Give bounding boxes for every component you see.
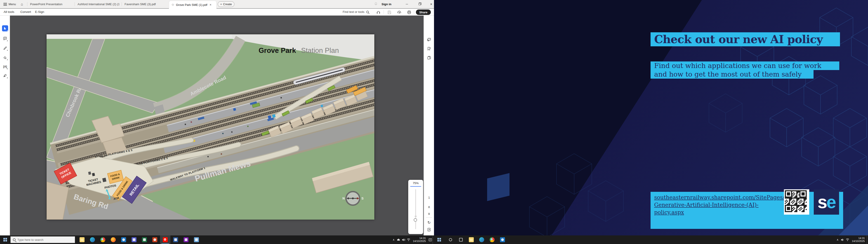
taskbar-app-notepad[interactable] <box>191 236 202 244</box>
sign-in-button[interactable]: Sign in <box>381 0 391 8</box>
tab-faversham[interactable]: Faversham SME (3).pdf <box>125 0 156 8</box>
taskbar2-file-explorer[interactable] <box>466 236 476 244</box>
tab-ashford-international[interactable]: Ashford International SME (2) (1... <box>78 0 119 8</box>
convert-button[interactable]: Convert <box>20 10 31 13</box>
taskbar-app-word[interactable] <box>170 236 181 244</box>
taskbar-app-acrobat-active[interactable] <box>160 236 170 244</box>
system-tray: ∧ 14:31 14/10/2025 <box>391 236 434 244</box>
network-icon[interactable] <box>845 236 850 244</box>
next-page-button[interactable]: ∨ <box>427 211 432 216</box>
taskbar-app-teams[interactable] <box>129 236 139 244</box>
home-button[interactable]: ⌂ <box>21 0 23 8</box>
fit-page-button[interactable] <box>427 227 432 233</box>
taskbar2-outlook[interactable] <box>497 236 508 244</box>
create-button[interactable]: +Create <box>218 1 235 7</box>
tray-chevron-icon[interactable]: ∧ <box>391 236 396 244</box>
signage-display: Check out our new AI policy Find out whi… <box>434 0 868 236</box>
start-button[interactable] <box>0 236 10 244</box>
print-icon[interactable] <box>407 10 411 14</box>
comments-icon <box>427 38 431 42</box>
zoom-slider-knob[interactable] <box>414 218 417 222</box>
taskbar2-task-view[interactable] <box>456 236 466 244</box>
start-button-right[interactable] <box>434 236 444 244</box>
notifications-button[interactable] <box>374 0 378 8</box>
menu-button[interactable]: Menu <box>3 0 16 8</box>
qr-code <box>784 189 809 215</box>
taskbar-app-onenote[interactable] <box>181 236 191 244</box>
minimize-button[interactable] <box>406 0 408 8</box>
side-panel-rail: 1 ∧ ∨ ↻ <box>424 16 434 236</box>
onedrive-icon[interactable] <box>396 236 401 244</box>
close-window-button[interactable]: × <box>430 0 432 8</box>
pencil-icon <box>3 46 7 50</box>
restore-button[interactable] <box>418 0 421 8</box>
all-tools-button[interactable]: All tools <box>4 10 14 13</box>
taskbar-search[interactable] <box>10 236 75 243</box>
bookmark-icon <box>427 47 431 51</box>
taskbar-app-outlook[interactable] <box>119 236 129 244</box>
zoom-slider-track[interactable] <box>415 189 416 229</box>
rotate-page-button[interactable]: ↻ <box>427 220 432 225</box>
edit-pen-tool-button[interactable] <box>2 45 8 51</box>
search-input[interactable] <box>18 238 67 242</box>
volume-icon[interactable] <box>840 236 845 244</box>
tray-chevron-icon[interactable]: ∧ <box>835 236 840 244</box>
station-plan-drawing: Chinbrook Road Amblecote Road Amblecote … <box>46 34 374 220</box>
taskbar2-search[interactable] <box>445 236 456 244</box>
add-text-tool-button[interactable]: [A] <box>2 63 8 69</box>
toolbar-divider <box>383 10 384 14</box>
read-aloud-icon[interactable] <box>376 10 381 14</box>
tab-grove-park-active[interactable]: ☆ Grove Park SME (1).pdf × <box>169 1 217 8</box>
acrobat-toolbar: All tools Convert E-Sign Find text or to… <box>0 8 434 16</box>
logo-letter-e: e <box>827 193 835 211</box>
clock-time-right: 14:31 <box>852 237 865 240</box>
star-icon[interactable]: ☆ <box>171 3 174 7</box>
show-desktop-button[interactable] <box>867 236 868 244</box>
tab-separator <box>74 2 75 6</box>
bookmarks-panel-button[interactable] <box>427 47 432 52</box>
zoom-slider-popup: 75% <box>408 180 423 234</box>
comments-panel-button[interactable] <box>427 37 432 42</box>
taskbar-app-edge[interactable] <box>87 236 98 244</box>
sign-subtext-line1: Find out which applications we can use f… <box>651 61 839 70</box>
search-icon[interactable] <box>366 10 370 14</box>
tab-powerpoint-presentation[interactable]: PowerPoint Presentation <box>30 0 73 8</box>
sign-heading: Check out our new AI policy <box>651 32 840 46</box>
comment-icon <box>3 37 7 40</box>
taskbar-app-chrome[interactable] <box>98 236 108 244</box>
find-text-label[interactable]: Find text or tools <box>343 10 364 13</box>
previous-page-button[interactable]: ∧ <box>427 205 432 209</box>
network-icon[interactable] <box>406 236 411 244</box>
taskbar-app-excel[interactable] <box>139 236 150 244</box>
text-box-icon: [A] <box>3 65 7 68</box>
cloud-upload-icon[interactable] <box>397 10 401 14</box>
windows-logo-icon <box>3 238 7 242</box>
share-button[interactable]: Share <box>416 9 431 15</box>
sign-subtext-line2: and how to get the most out of them safe… <box>651 70 813 79</box>
fit-page-icon <box>427 228 431 232</box>
volume-icon[interactable] <box>401 236 406 244</box>
taskbar-app-firefox[interactable] <box>108 236 119 244</box>
select-tool-button[interactable] <box>2 25 8 31</box>
taskbar-clock[interactable]: 14:31 14/10/2025 <box>411 237 428 243</box>
pdf-page-station-plan: Chinbrook Road Amblecote Road Amblecote … <box>46 34 374 220</box>
taskbar-app-powerpoint[interactable] <box>150 236 160 244</box>
taskbar2-chrome[interactable] <box>487 236 497 244</box>
zoom-percent: 75% <box>408 180 423 185</box>
rail-divider <box>426 217 432 218</box>
page-thumbnails-button[interactable] <box>427 56 432 61</box>
fill-sign-tool-button[interactable] <box>2 72 8 79</box>
esign-button[interactable]: E-Sign <box>35 10 44 13</box>
taskbar-clock-right[interactable]: 14:31 14/10/2025 <box>850 237 867 243</box>
toolbar-divider <box>414 10 414 14</box>
notification-center-icon[interactable] <box>428 236 433 244</box>
page-number[interactable]: 1 <box>424 196 434 199</box>
draw-tool-button[interactable] <box>2 55 8 61</box>
close-tab-icon[interactable]: × <box>210 3 211 6</box>
taskbar-right-monitor: ∧ 14:31 14/10/2025 <box>434 236 868 244</box>
comment-tool-button[interactable] <box>2 35 8 41</box>
home-icon: ⌂ <box>21 2 23 6</box>
taskbar2-edge[interactable] <box>476 236 487 244</box>
taskbar-app-file-explorer[interactable] <box>77 236 87 244</box>
save-icon[interactable] <box>387 10 392 14</box>
